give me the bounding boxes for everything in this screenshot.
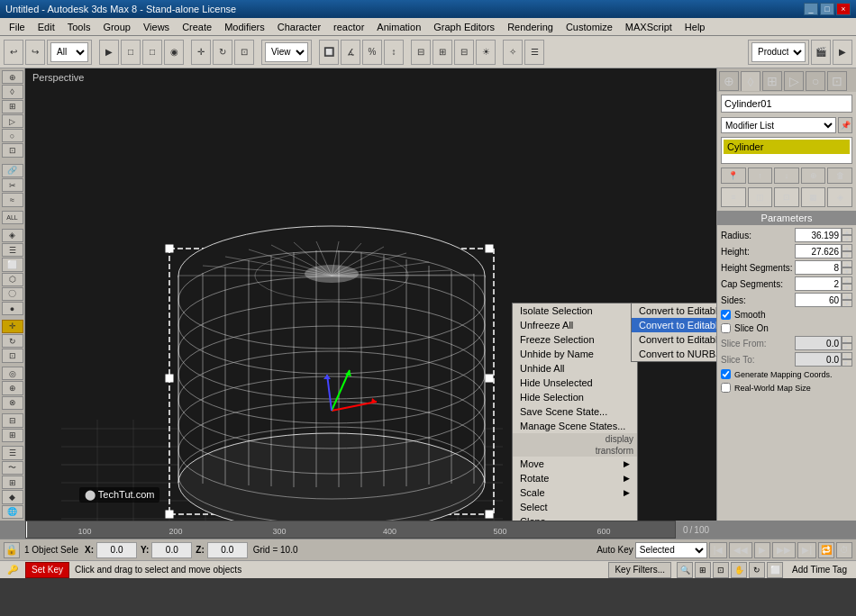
move-tool[interactable]: ✛ [191,40,211,65]
play-button[interactable]: ▶ [754,542,770,558]
spinner-snap[interactable]: ↕ [384,40,404,65]
height-segs-down[interactable]: ▼ [842,267,852,275]
viewport-container[interactable]: Perspective [25,68,716,521]
named-sel[interactable]: ✧ [503,40,523,65]
height-up[interactable]: ▲ [842,244,852,251]
menu-modifiers[interactable]: Modifiers [219,20,270,34]
select-filter[interactable]: All [47,40,92,65]
menu-tools[interactable]: Tools [62,20,96,34]
make-unique[interactable]: ⊕ [801,168,826,184]
normal-align[interactable]: ⊟ [454,40,474,65]
selected-dropdown[interactable]: Selected [635,542,707,558]
next-key[interactable]: ▶▶ [772,542,796,558]
cylinder-modifier[interactable]: Cylinder [724,140,850,154]
ctx-clone[interactable]: Clone [513,514,637,521]
ctx-select[interactable]: Select [513,500,637,514]
ctx-save-scene[interactable]: Save Scene State... [513,404,637,419]
mirror[interactable]: ⊟ [411,40,431,65]
menu-help[interactable]: Help [679,20,711,34]
select-link[interactable]: 🔗 [2,164,23,177]
radius-up[interactable]: ▲ [842,228,852,235]
sides-up[interactable]: ▲ [842,293,852,300]
rotate-tool[interactable]: ↻ [213,40,232,65]
realworld-checkbox[interactable] [721,383,731,393]
display-panel-tab[interactable]: ○ [806,71,825,91]
display-tab[interactable]: ○ [2,129,23,142]
use-pivot[interactable]: ◎ [2,367,23,380]
set-key-button[interactable]: Set Key [25,562,69,578]
zoom-ext[interactable]: ⊞ [695,562,711,578]
sub-editable-poly[interactable]: Convert to Editable Poly [632,318,716,332]
menu-file[interactable]: File [4,20,31,34]
slice-from-input[interactable] [795,336,842,350]
lasso-sel[interactable]: 〇 [2,287,23,301]
hierarchy-panel-tab[interactable]: ⊞ [762,71,782,91]
sub-editable-mesh[interactable]: Convert to Editable Mesh [632,303,716,318]
gen-mapping-checkbox[interactable] [721,369,731,379]
maximize-button[interactable]: □ [820,3,834,15]
radius-input[interactable] [795,228,842,242]
cap-segs-down[interactable]: ▼ [842,284,852,291]
properties-tab2[interactable]: ◫ [748,187,773,207]
paint-sel-l[interactable]: ● [2,302,23,315]
ctx-hide-selection[interactable]: Hide Selection [513,390,637,404]
menu-animation[interactable]: Animation [371,20,426,34]
show-result[interactable]: ◈ [827,187,852,207]
height-input[interactable] [795,244,842,258]
menu-edit[interactable]: Edit [32,20,60,34]
ctx-unhide-all[interactable]: Unhide All [513,361,637,376]
slice-to-input[interactable] [795,352,842,367]
select-tool[interactable]: ▶ [99,40,119,65]
lasso-select[interactable]: □ [142,40,162,65]
layer-mgr[interactable]: ☰ [2,446,23,459]
sub-nurbs[interactable]: Convert to NURBS [632,347,716,361]
cap-segs-up[interactable]: ▲ [842,276,852,284]
ctx-freeze-selection[interactable]: Freeze Selection [513,332,637,347]
ctx-rotate[interactable]: Rotate ▶ [513,471,637,485]
next-frame[interactable]: ▶| [797,542,816,558]
zoom-region[interactable]: 🔍 [677,562,693,578]
ctx-unfreeze-all[interactable]: Unfreeze All [513,318,637,332]
remove-modifier[interactable]: 🗑 [827,168,852,184]
menu-rendering[interactable]: Rendering [502,20,559,34]
ctx-move[interactable]: Move ▶ [513,457,637,471]
use-sel-ctr[interactable]: ⊕ [2,381,23,394]
schematic[interactable]: ⊞ [2,476,23,489]
menu-maxscript[interactable]: MAXScript [620,20,678,34]
render-env[interactable]: 🌐 [2,505,23,519]
y-input[interactable] [151,542,192,558]
smooth-checkbox[interactable] [721,310,731,320]
curve-ed[interactable]: 〜 [2,461,23,475]
percent-snap[interactable]: % [362,40,382,65]
pin-button[interactable]: 📌 [838,117,852,133]
z-input[interactable] [207,542,248,558]
bind-spacewarp[interactable]: ≈ [2,193,23,206]
menu-reactor[interactable]: reactor [328,20,369,34]
x-input[interactable] [96,542,137,558]
sel-filter-combo[interactable]: ALL [2,211,23,224]
redo-button[interactable]: ↪ [25,40,45,65]
move-down[interactable]: ↓ [774,168,799,184]
sides-input[interactable] [795,293,842,307]
pan[interactable]: ✋ [731,562,747,578]
fence-sel[interactable]: ⬡ [2,273,23,286]
utilities-panel-tab[interactable]: ⊡ [827,71,847,91]
render-dropdown[interactable]: Production [751,42,806,62]
key-filters-button[interactable]: Key Filters... [608,562,671,578]
minimize-button[interactable]: _ [804,3,818,15]
close-button[interactable]: × [836,3,851,15]
menu-customize[interactable]: Customize [560,20,618,34]
move-up[interactable]: ↑ [748,168,773,184]
rect-sel[interactable]: ⬜ [2,258,23,271]
viewport-select[interactable]: View [261,40,312,65]
slice-to-up[interactable]: ▲ [842,352,852,359]
object-name-input[interactable] [721,95,852,113]
snap-toggle[interactable]: 🔲 [319,40,339,65]
slice-from-up[interactable]: ▲ [842,336,852,343]
create-tab[interactable]: ⊕ [2,70,23,84]
add-time-tag[interactable]: Add Time Tag [788,565,851,575]
show-end[interactable]: ⊡ [774,187,799,207]
sides-down[interactable]: ▼ [842,300,852,307]
menu-graph-editors[interactable]: Graph Editors [428,20,500,34]
slice-from-down[interactable]: ▼ [842,343,852,350]
